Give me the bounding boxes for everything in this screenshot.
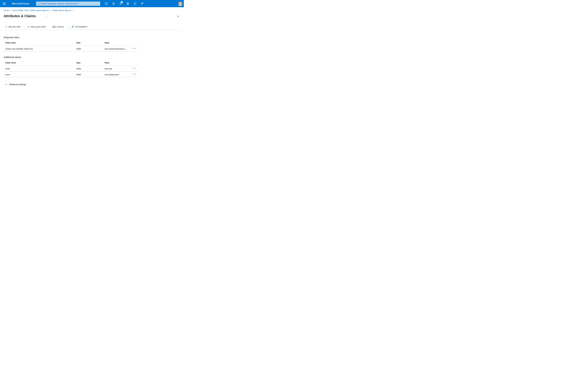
breadcrumb: Home > Azure SAML SSO | SAML-based Sign-… — [4, 9, 75, 12]
title-overflow-menu-icon[interactable] — [45, 16, 48, 18]
additional-claims-heading: Additional claims — [4, 56, 21, 59]
columns-button[interactable]: Columns — [52, 25, 64, 29]
brand-title[interactable]: Microsoft Azure — [12, 0, 29, 7]
row-context-menu-icon[interactable] — [133, 73, 136, 75]
notification-badge: 6 — [121, 1, 123, 3]
global-search[interactable] — [36, 1, 100, 6]
close-icon — [177, 15, 179, 17]
column-header-value: Value — [105, 42, 109, 44]
claim-type-cell: SAML — [76, 68, 81, 70]
cloud-shell-button[interactable] — [104, 1, 109, 6]
notifications-button[interactable]: 6 — [118, 1, 123, 6]
add-new-claim-button[interactable]: Add new claim — [5, 25, 21, 29]
table-row[interactable] — [4, 66, 138, 71]
advanced-settings-toggle[interactable]: Advanced settings — [5, 83, 26, 86]
add-new-claim-label: Add new claim — [9, 26, 21, 28]
chevron-down-icon — [5, 84, 7, 85]
claim-name-cell: email — [5, 68, 10, 70]
breadcrumb-separator: > — [10, 10, 11, 11]
got-feedback-label: Got feedback? — [75, 26, 87, 28]
help-icon: ? — [133, 2, 136, 5]
breadcrumb-saml-signon[interactable]: SAML-based Sign-on — [52, 9, 72, 12]
toolbar-rule — [4, 30, 181, 30]
add-group-claim-label: Add a group claim — [31, 26, 46, 28]
search-input[interactable] — [41, 3, 99, 5]
subscription-filter-icon — [112, 2, 115, 5]
columns-icon — [52, 26, 55, 28]
table-rule — [4, 51, 138, 52]
plus-icon — [27, 26, 29, 28]
table-rule — [4, 71, 138, 72]
feedback-button[interactable] — [139, 1, 145, 6]
azure-portal-page: Microsoft Azure — [0, 0, 184, 93]
claim-type-cell: SAML — [76, 48, 81, 50]
claim-name-cell: Unique User Identifier (Name ID) — [5, 48, 33, 50]
breadcrumb-separator: > — [50, 10, 51, 11]
feedback-person-icon — [141, 2, 144, 5]
claim-value-cell: user.mail — [105, 68, 112, 70]
required-claim-heading: Required claim — [4, 36, 19, 39]
got-feedback-button[interactable]: Got feedback? — [71, 25, 87, 29]
close-button[interactable] — [176, 14, 180, 19]
settings-button[interactable] — [125, 1, 130, 6]
search-icon — [38, 3, 40, 5]
topbar-icon-group: 6 ? — [104, 1, 147, 6]
advanced-settings-label: Advanced settings — [9, 83, 26, 86]
help-button[interactable]: ? — [132, 1, 137, 6]
subscription-filter-button[interactable] — [111, 1, 116, 6]
breadcrumb-app-sso[interactable]: Azure SAML SSO | SAML-based Sign-on — [12, 9, 49, 12]
breadcrumb-home[interactable]: Home — [4, 9, 9, 12]
hamburger-menu-icon[interactable] — [1, 1, 7, 6]
column-header-claim-name: Claim name — [5, 42, 16, 44]
columns-label: Columns — [57, 26, 64, 28]
column-header-claim-name: Claim name — [5, 62, 16, 64]
claim-name-cell: name — [5, 74, 10, 76]
table-rule — [4, 65, 138, 66]
column-header-type: Type — [76, 42, 80, 44]
account-avatar[interactable] — [178, 1, 183, 6]
add-group-claim-button[interactable]: Add a group claim — [27, 25, 46, 29]
breadcrumb-separator: > — [73, 10, 74, 11]
feedback-person-icon — [71, 25, 74, 28]
claim-value-cell: user.userprincipalname [... — [105, 48, 126, 50]
column-header-value: Value — [105, 62, 109, 64]
claim-value-cell: user.displayname — [105, 74, 119, 76]
gear-icon — [126, 2, 129, 5]
table-rule — [4, 77, 138, 77]
column-header-type: Type — [76, 62, 80, 64]
cloud-shell-icon — [105, 2, 108, 5]
top-bar: Microsoft Azure — [0, 0, 184, 7]
command-bar: Add new claim Add a group claim Columns … — [0, 25, 184, 29]
plus-icon — [5, 26, 7, 28]
page-title: Attributes & Claims — [4, 14, 36, 18]
svg-text:?: ? — [134, 3, 135, 5]
row-context-menu-icon[interactable] — [133, 47, 136, 49]
table-rule — [4, 46, 138, 46]
row-context-menu-icon[interactable] — [133, 67, 136, 69]
claim-type-cell: SAML — [76, 74, 81, 76]
